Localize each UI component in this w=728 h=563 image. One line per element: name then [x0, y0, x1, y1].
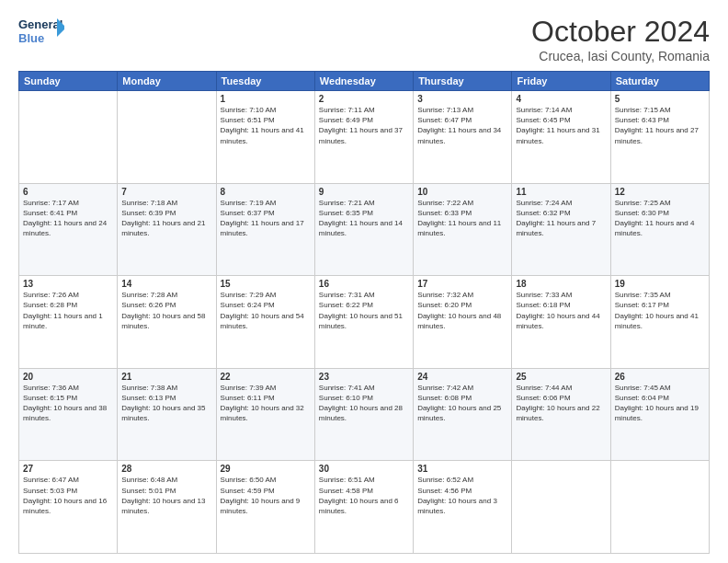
calendar-cell: 4Sunrise: 7:14 AMSunset: 6:45 PMDaylight… — [512, 91, 610, 184]
calendar-week-row: 13Sunrise: 7:26 AMSunset: 6:28 PMDayligh… — [19, 276, 710, 369]
calendar-cell: 14Sunrise: 7:28 AMSunset: 6:26 PMDayligh… — [118, 276, 216, 369]
day-info: Sunrise: 7:42 AMSunset: 6:08 PMDaylight:… — [417, 383, 507, 424]
day-info: Sunrise: 7:13 AMSunset: 6:47 PMDaylight:… — [417, 105, 507, 146]
day-number: 8 — [221, 187, 311, 197]
day-info: Sunrise: 6:52 AMSunset: 4:56 PMDaylight:… — [417, 475, 507, 516]
day-number: 7 — [121, 187, 211, 197]
day-number: 2 — [319, 94, 409, 104]
day-number: 18 — [516, 279, 606, 289]
day-number: 5 — [615, 94, 705, 104]
day-number: 12 — [615, 187, 705, 197]
calendar-cell: 6Sunrise: 7:17 AMSunset: 6:41 PMDaylight… — [19, 183, 118, 276]
calendar-cell: 13Sunrise: 7:26 AMSunset: 6:28 PMDayligh… — [19, 276, 118, 369]
calendar-cell: 16Sunrise: 7:31 AMSunset: 6:22 PMDayligh… — [314, 276, 413, 369]
calendar-title: October 2024 — [531, 15, 710, 49]
day-info: Sunrise: 6:50 AMSunset: 4:59 PMDaylight:… — [221, 475, 311, 516]
day-info: Sunrise: 7:14 AMSunset: 6:45 PMDaylight:… — [516, 105, 606, 146]
day-info: Sunrise: 7:32 AMSunset: 6:20 PMDaylight:… — [417, 290, 507, 331]
day-info: Sunrise: 7:15 AMSunset: 6:43 PMDaylight:… — [615, 105, 705, 146]
calendar-week-row: 20Sunrise: 7:36 AMSunset: 6:15 PMDayligh… — [19, 368, 710, 461]
day-info: Sunrise: 6:51 AMSunset: 4:58 PMDaylight:… — [319, 475, 409, 516]
day-info: Sunrise: 7:35 AMSunset: 6:17 PMDaylight:… — [615, 290, 705, 331]
day-info: Sunrise: 7:38 AMSunset: 6:13 PMDaylight:… — [121, 383, 211, 424]
day-number: 31 — [417, 464, 507, 474]
calendar-cell: 10Sunrise: 7:22 AMSunset: 6:33 PMDayligh… — [414, 183, 512, 276]
day-number: 22 — [221, 372, 311, 382]
calendar-cell: 25Sunrise: 7:44 AMSunset: 6:06 PMDayligh… — [512, 368, 610, 461]
calendar-cell: 11Sunrise: 7:24 AMSunset: 6:32 PMDayligh… — [512, 183, 610, 276]
calendar-cell: 5Sunrise: 7:15 AMSunset: 6:43 PMDaylight… — [610, 91, 709, 184]
day-number: 20 — [23, 372, 113, 382]
day-number: 3 — [417, 94, 507, 104]
weekday-header-thursday: Thursday — [414, 72, 512, 91]
calendar-cell — [512, 461, 610, 554]
day-number: 27 — [23, 464, 113, 474]
calendar-cell: 7Sunrise: 7:18 AMSunset: 6:39 PMDaylight… — [118, 183, 216, 276]
day-number: 19 — [615, 279, 705, 289]
weekday-header-friday: Friday — [512, 72, 610, 91]
day-number: 30 — [319, 464, 409, 474]
calendar-week-row: 6Sunrise: 7:17 AMSunset: 6:41 PMDaylight… — [19, 183, 710, 276]
calendar-cell: 8Sunrise: 7:19 AMSunset: 6:37 PMDaylight… — [216, 183, 314, 276]
calendar-cell: 29Sunrise: 6:50 AMSunset: 4:59 PMDayligh… — [216, 461, 314, 554]
day-info: Sunrise: 7:28 AMSunset: 6:26 PMDaylight:… — [121, 290, 211, 331]
day-number: 17 — [417, 279, 507, 289]
calendar-cell: 3Sunrise: 7:13 AMSunset: 6:47 PMDaylight… — [414, 91, 512, 184]
day-info: Sunrise: 7:10 AMSunset: 6:51 PMDaylight:… — [221, 105, 311, 146]
calendar-page: General Blue October 2024 Crucea, Iasi C… — [0, 0, 728, 563]
calendar-cell: 18Sunrise: 7:33 AMSunset: 6:18 PMDayligh… — [512, 276, 610, 369]
calendar-cell: 26Sunrise: 7:45 AMSunset: 6:04 PMDayligh… — [610, 368, 709, 461]
day-info: Sunrise: 7:11 AMSunset: 6:49 PMDaylight:… — [319, 105, 409, 146]
svg-text:General: General — [18, 17, 63, 31]
calendar-cell: 20Sunrise: 7:36 AMSunset: 6:15 PMDayligh… — [19, 368, 118, 461]
calendar-cell: 28Sunrise: 6:48 AMSunset: 5:01 PMDayligh… — [118, 461, 216, 554]
day-number: 13 — [23, 279, 113, 289]
day-info: Sunrise: 7:36 AMSunset: 6:15 PMDaylight:… — [23, 383, 113, 424]
calendar-cell: 2Sunrise: 7:11 AMSunset: 6:49 PMDaylight… — [314, 91, 413, 184]
day-info: Sunrise: 7:18 AMSunset: 6:39 PMDaylight:… — [121, 198, 211, 239]
calendar-cell: 17Sunrise: 7:32 AMSunset: 6:20 PMDayligh… — [414, 276, 512, 369]
day-number: 14 — [121, 279, 211, 289]
day-info: Sunrise: 7:25 AMSunset: 6:30 PMDaylight:… — [615, 198, 705, 239]
day-number: 10 — [417, 187, 507, 197]
day-info: Sunrise: 7:41 AMSunset: 6:10 PMDaylight:… — [319, 383, 409, 424]
day-number: 11 — [516, 187, 606, 197]
title-block: October 2024 Crucea, Iasi County, Romani… — [531, 15, 710, 63]
calendar-table: SundayMondayTuesdayWednesdayThursdayFrid… — [18, 71, 710, 554]
weekday-header-tuesday: Tuesday — [216, 72, 314, 91]
day-number: 29 — [221, 464, 311, 474]
calendar-cell: 23Sunrise: 7:41 AMSunset: 6:10 PMDayligh… — [314, 368, 413, 461]
day-info: Sunrise: 7:39 AMSunset: 6:11 PMDaylight:… — [221, 383, 311, 424]
day-info: Sunrise: 7:31 AMSunset: 6:22 PMDaylight:… — [319, 290, 409, 331]
svg-text:Blue: Blue — [18, 31, 44, 45]
day-number: 25 — [516, 372, 606, 382]
calendar-cell: 22Sunrise: 7:39 AMSunset: 6:11 PMDayligh… — [216, 368, 314, 461]
day-number: 26 — [615, 372, 705, 382]
weekday-header: SundayMondayTuesdayWednesdayThursdayFrid… — [19, 72, 710, 91]
day-number: 15 — [221, 279, 311, 289]
day-number: 1 — [221, 94, 311, 104]
logo-svg: General Blue — [18, 15, 64, 50]
calendar-cell: 9Sunrise: 7:21 AMSunset: 6:35 PMDaylight… — [314, 183, 413, 276]
calendar-cell — [118, 91, 216, 184]
day-info: Sunrise: 7:44 AMSunset: 6:06 PMDaylight:… — [516, 383, 606, 424]
calendar-subtitle: Crucea, Iasi County, Romania — [531, 49, 710, 63]
day-info: Sunrise: 7:22 AMSunset: 6:33 PMDaylight:… — [417, 198, 507, 239]
day-number: 21 — [121, 372, 211, 382]
calendar-cell: 12Sunrise: 7:25 AMSunset: 6:30 PMDayligh… — [610, 183, 709, 276]
logo: General Blue — [18, 15, 64, 50]
day-info: Sunrise: 7:19 AMSunset: 6:37 PMDaylight:… — [221, 198, 311, 239]
day-info: Sunrise: 7:29 AMSunset: 6:24 PMDaylight:… — [221, 290, 311, 331]
calendar-cell: 27Sunrise: 6:47 AMSunset: 5:03 PMDayligh… — [19, 461, 118, 554]
day-info: Sunrise: 7:24 AMSunset: 6:32 PMDaylight:… — [516, 198, 606, 239]
weekday-header-sunday: Sunday — [19, 72, 118, 91]
day-number: 4 — [516, 94, 606, 104]
day-info: Sunrise: 7:21 AMSunset: 6:35 PMDaylight:… — [319, 198, 409, 239]
day-number: 6 — [23, 187, 113, 197]
day-info: Sunrise: 7:17 AMSunset: 6:41 PMDaylight:… — [23, 198, 113, 239]
calendar-week-row: 1Sunrise: 7:10 AMSunset: 6:51 PMDaylight… — [19, 91, 710, 184]
day-number: 9 — [319, 187, 409, 197]
header: General Blue October 2024 Crucea, Iasi C… — [18, 15, 710, 63]
calendar-cell: 21Sunrise: 7:38 AMSunset: 6:13 PMDayligh… — [118, 368, 216, 461]
day-info: Sunrise: 7:33 AMSunset: 6:18 PMDaylight:… — [516, 290, 606, 331]
